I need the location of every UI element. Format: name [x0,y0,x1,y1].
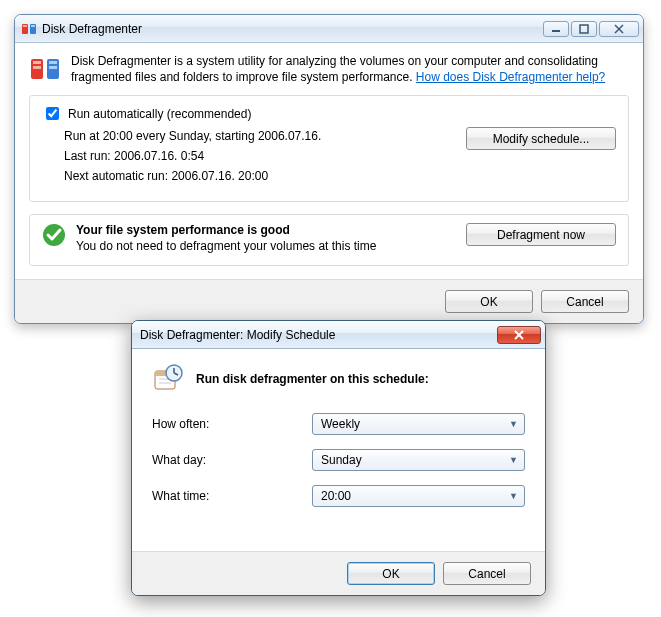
dialog-button-bar: OK Cancel [132,551,545,595]
next-run-line: Next automatic run: 2006.07.16. 20:00 [64,169,616,183]
maximize-button[interactable] [571,21,597,37]
titlebar[interactable]: Disk Defragmenter [15,15,643,43]
calendar-clock-icon [152,363,184,395]
defrag-large-icon [29,53,61,85]
dialog-title: Disk Defragmenter: Modify Schedule [140,328,497,342]
dialog-cancel-button[interactable]: Cancel [443,562,531,585]
how-often-label: How often: [152,417,312,431]
main-button-bar: OK Cancel [15,279,643,323]
close-icon [613,24,625,34]
cancel-button[interactable]: Cancel [541,290,629,313]
what-time-label: What time: [152,489,312,503]
dialog-titlebar[interactable]: Disk Defragmenter: Modify Schedule [132,321,545,349]
what-day-value: Sunday [321,453,362,467]
minimize-button[interactable] [543,21,569,37]
dialog-ok-button[interactable]: OK [347,562,435,585]
client-area: Disk Defragmenter is a system utility fo… [15,43,643,266]
chevron-down-icon: ▼ [509,419,518,429]
svg-rect-5 [580,25,588,33]
minimize-icon [551,24,561,34]
how-often-field: How often: Weekly ▼ [152,413,525,435]
close-button[interactable] [599,21,639,37]
chevron-down-icon: ▼ [509,491,518,501]
close-icon [513,330,525,340]
maximize-icon [579,24,589,34]
run-auto-label: Run automatically (recommended) [68,107,251,121]
dialog-heading: Run disk defragmenter on this schedule: [196,372,429,386]
intro-text: Disk Defragmenter is a system utility fo… [71,53,629,85]
svg-rect-3 [31,25,35,27]
dialog-heading-row: Run disk defragmenter on this schedule: [152,363,525,395]
schedule-details: Modify schedule... Run at 20:00 every Su… [42,129,616,183]
status-text: Your file system performance is good You… [76,223,376,253]
status-row: Your file system performance is good You… [42,223,616,253]
window-title: Disk Defragmenter [42,22,543,36]
modify-schedule-dialog: Disk Defragmenter: Modify Schedule Run d… [131,320,546,596]
run-auto-row: Run automatically (recommended) [42,104,616,123]
what-day-label: What day: [152,453,312,467]
what-day-dropdown[interactable]: Sunday ▼ [312,449,525,471]
status-title: Your file system performance is good [76,223,376,237]
modify-schedule-button[interactable]: Modify schedule... [466,127,616,150]
how-often-dropdown[interactable]: Weekly ▼ [312,413,525,435]
window-controls [543,21,639,37]
chevron-down-icon: ▼ [509,455,518,465]
status-group: Your file system performance is good You… [29,214,629,266]
svg-rect-13 [49,66,57,69]
svg-rect-10 [33,61,41,64]
dialog-close-button[interactable] [497,326,541,344]
intro-block: Disk Defragmenter is a system utility fo… [29,53,629,85]
defragment-now-button[interactable]: Defragment now [466,223,616,246]
dialog-client: Run disk defragmenter on this schedule: … [132,349,545,507]
what-time-field: What time: 20:00 ▼ [152,485,525,507]
ok-check-icon [42,223,66,247]
what-time-dropdown[interactable]: 20:00 ▼ [312,485,525,507]
svg-rect-12 [49,61,57,64]
last-run-line: Last run: 2006.07.16. 0:54 [64,149,616,163]
svg-rect-2 [23,25,27,27]
svg-rect-11 [33,66,41,69]
ok-button[interactable]: OK [445,290,533,313]
how-often-value: Weekly [321,417,360,431]
help-link[interactable]: How does Disk Defragmenter help? [416,70,605,84]
what-time-value: 20:00 [321,489,351,503]
run-auto-checkbox[interactable] [46,107,59,120]
schedule-group: Run automatically (recommended) Modify s… [29,95,629,202]
what-day-field: What day: Sunday ▼ [152,449,525,471]
defrag-icon [21,21,37,37]
status-subtitle: You do not need to defragment your volum… [76,239,376,253]
disk-defragmenter-window: Disk Defragmenter Disk Def [14,14,644,324]
